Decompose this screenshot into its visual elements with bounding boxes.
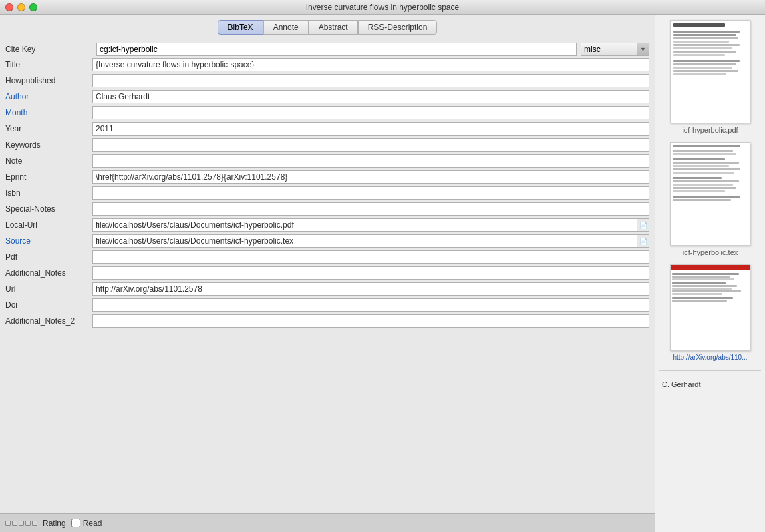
pdf-preview-label: icf-hyperbolic.pdf bbox=[682, 126, 738, 134]
local-url-browse-icon[interactable]: 📄 bbox=[637, 218, 649, 232]
arxiv-line-1 bbox=[672, 273, 739, 275]
window-controls[interactable] bbox=[5, 3, 37, 11]
month-row: Month bbox=[5, 105, 649, 120]
minimize-button[interactable] bbox=[17, 3, 25, 11]
url-label: Url bbox=[5, 284, 92, 294]
tab-rss[interactable]: RSS-Description bbox=[358, 20, 438, 35]
pdf-preview-item: icf-hyperbolic.pdf bbox=[659, 20, 761, 134]
source-row: Source 📄 bbox=[5, 234, 649, 248]
tex-line-8 bbox=[673, 172, 734, 174]
rating-label: Rating bbox=[43, 519, 66, 528]
thumb-line-1 bbox=[673, 31, 740, 33]
pdf-thumbnail[interactable] bbox=[670, 20, 750, 123]
rating-dot-5 bbox=[32, 521, 37, 526]
month-input[interactable] bbox=[92, 106, 649, 119]
keywords-label: Keywords bbox=[5, 140, 92, 150]
local-url-label: Local-Url bbox=[5, 220, 92, 230]
right-panel: icf-hyperbolic.pdf bbox=[655, 15, 765, 532]
thumb-line-12 bbox=[673, 70, 738, 72]
rating-dot-3 bbox=[19, 521, 24, 526]
tex-thumbnail[interactable] bbox=[670, 142, 750, 246]
url-input[interactable] bbox=[92, 282, 649, 296]
tab-annote[interactable]: Annote bbox=[263, 20, 309, 35]
rating-dot-1 bbox=[5, 521, 11, 526]
main-content: BibTeX Annote Abstract RSS-Description C… bbox=[0, 15, 765, 532]
tex-thumb-page bbox=[671, 143, 750, 245]
title-label: Title bbox=[5, 60, 92, 69]
thumb-line-2 bbox=[673, 34, 736, 36]
window-title: Inverse curvature flows in hyperbolic sp… bbox=[306, 3, 459, 12]
additional-notes-2-input[interactable] bbox=[92, 314, 649, 328]
author-row: Author bbox=[5, 89, 649, 104]
eprint-input[interactable] bbox=[92, 170, 649, 184]
additional-notes-input[interactable] bbox=[92, 266, 649, 280]
close-button[interactable] bbox=[5, 3, 13, 11]
tex-line-10 bbox=[673, 180, 739, 182]
tex-line-9 bbox=[673, 177, 722, 179]
arxiv-thumbnail[interactable] bbox=[670, 264, 750, 351]
right-divider bbox=[659, 370, 761, 371]
tab-abstract[interactable]: Abstract bbox=[309, 20, 358, 35]
tex-line-13 bbox=[673, 190, 725, 192]
tex-preview-label: icf-hyperbolic.tex bbox=[683, 248, 738, 256]
source-browse-icon[interactable]: 📄 bbox=[637, 234, 649, 248]
title-input[interactable] bbox=[92, 58, 649, 71]
author-input[interactable] bbox=[92, 90, 649, 103]
keywords-input[interactable] bbox=[92, 138, 649, 152]
doi-row: Doi bbox=[5, 298, 649, 312]
left-panel: BibTeX Annote Abstract RSS-Description C… bbox=[0, 15, 655, 532]
tex-preview-item: icf-hyperbolic.tex bbox=[659, 142, 761, 256]
read-label: Read bbox=[83, 519, 102, 528]
howpublished-input[interactable] bbox=[92, 74, 649, 87]
thumb-title bbox=[673, 23, 725, 27]
read-checkbox[interactable] bbox=[71, 519, 80, 527]
read-checkbox-wrap[interactable]: Read bbox=[71, 519, 102, 528]
howpublished-row: Howpublished bbox=[5, 73, 649, 88]
form-area: Cite Key misc article book inproceedings… bbox=[0, 39, 655, 513]
arxiv-line-8 bbox=[672, 293, 722, 295]
url-row: Url bbox=[5, 282, 649, 296]
arxiv-preview-item: http://arXiv.org/abs/110... bbox=[659, 264, 761, 361]
note-input[interactable] bbox=[92, 154, 649, 168]
local-url-wrap: 📄 bbox=[92, 218, 649, 232]
additional-notes-2-label: Additional_Notes_2 bbox=[5, 316, 92, 326]
thumb-line-5 bbox=[673, 44, 740, 46]
doi-input[interactable] bbox=[92, 298, 649, 312]
thumb-line-6 bbox=[673, 47, 732, 49]
local-url-input[interactable] bbox=[92, 218, 637, 232]
pdf-input[interactable] bbox=[92, 250, 649, 264]
howpublished-label: Howpublished bbox=[5, 76, 92, 85]
thumb-line-13 bbox=[673, 73, 726, 75]
isbn-input[interactable] bbox=[92, 186, 649, 200]
cite-key-input[interactable] bbox=[96, 43, 577, 56]
tabs-bar: BibTeX Annote Abstract RSS-Description bbox=[0, 15, 655, 39]
special-notes-label: Special-Notes bbox=[5, 204, 92, 214]
source-input[interactable] bbox=[92, 234, 637, 248]
thumb-line-7 bbox=[673, 51, 736, 53]
year-row: Year bbox=[5, 121, 649, 136]
pdf-label: Pdf bbox=[5, 252, 92, 262]
author-label: Author bbox=[5, 92, 92, 101]
arxiv-header-bar bbox=[671, 265, 750, 270]
thumb-line-3 bbox=[673, 37, 738, 39]
tex-line-14 bbox=[673, 196, 740, 198]
note-row: Note bbox=[5, 154, 649, 168]
arxiv-content bbox=[671, 272, 750, 350]
arxiv-line-6 bbox=[672, 288, 732, 290]
additional-notes-2-row: Additional_Notes_2 bbox=[5, 314, 649, 328]
author-footer-label: C. Gerhardt bbox=[659, 380, 761, 388]
year-input[interactable] bbox=[92, 122, 649, 136]
maximize-button[interactable] bbox=[29, 3, 37, 11]
tex-line-7 bbox=[673, 168, 740, 170]
pdf-row: Pdf bbox=[5, 250, 649, 264]
eprint-label: Eprint bbox=[5, 172, 92, 182]
special-notes-row: Special-Notes bbox=[5, 202, 649, 216]
select-arrow-icon: ▼ bbox=[637, 43, 649, 56]
title-row: Title bbox=[5, 57, 649, 72]
arxiv-line-10 bbox=[672, 300, 727, 302]
type-select[interactable]: misc article book inproceedings phdthesi… bbox=[581, 43, 637, 56]
source-wrap: 📄 bbox=[92, 234, 649, 248]
tab-bibtex[interactable]: BibTeX bbox=[218, 20, 263, 35]
year-label: Year bbox=[5, 124, 92, 134]
special-notes-input[interactable] bbox=[92, 202, 649, 216]
